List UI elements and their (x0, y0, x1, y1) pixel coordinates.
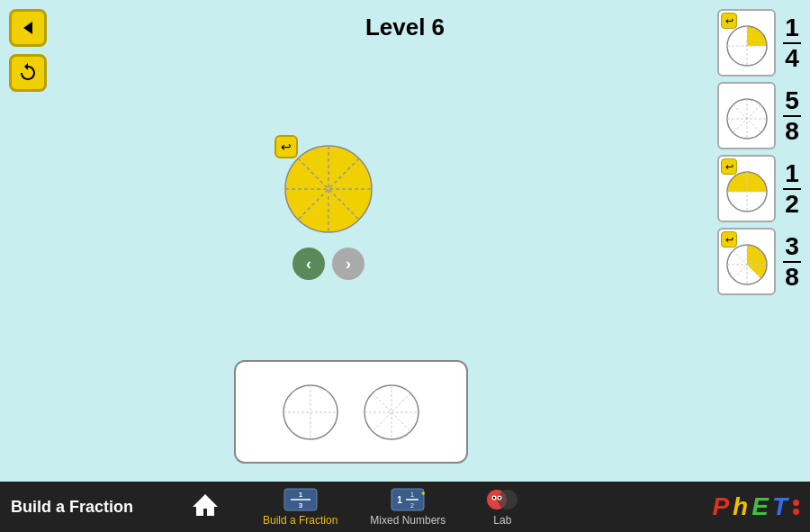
drop-circle-2 (360, 381, 423, 444)
undo-btn-1[interactable]: ↩ (721, 13, 737, 29)
tab-mixed-numbers[interactable]: 1 1 2 ✦ Mixed Numbers (354, 483, 462, 530)
tab-build-a-fraction[interactable]: 1 3 Build a Fraction (247, 483, 354, 530)
nav-buttons: ‹ › (279, 248, 378, 280)
target-circle-2 (722, 86, 772, 146)
svg-text:1: 1 (410, 491, 414, 498)
target-card-3: ↩ (717, 155, 776, 222)
target-fraction-3: 1 2 (783, 161, 801, 217)
target-card-1: ↩ (717, 9, 776, 77)
target-row-3: ↩ 1 2 (717, 155, 801, 222)
level-title: Level 6 (0, 0, 810, 41)
targets-panel: ↩ 1 (717, 9, 801, 295)
svg-text:2: 2 (410, 502, 414, 509)
tab-mixed-numbers-label: Mixed Numbers (370, 514, 446, 527)
tab-lab[interactable]: Lab (462, 483, 543, 530)
svg-marker-0 (23, 22, 32, 34)
refresh-button[interactable] (9, 54, 47, 92)
svg-marker-30 (193, 494, 218, 516)
nav-left-button[interactable]: ‹ (292, 248, 325, 280)
target-fraction-2: 5 8 (783, 88, 801, 144)
builder-undo-btn[interactable]: ↩ (274, 135, 298, 158)
lab-icon (485, 487, 519, 512)
svg-text:✦: ✦ (420, 490, 425, 498)
drop-area[interactable] (234, 360, 468, 464)
phet-t: T (772, 492, 788, 521)
phet-dots (793, 500, 799, 515)
phet-logo[interactable]: P h E T (709, 492, 799, 521)
tab-lab-label: Lab (493, 514, 511, 527)
undo-btn-4[interactable]: ↩ (721, 231, 737, 248)
builder-circle[interactable]: ↩ (279, 140, 378, 239)
svg-text:1: 1 (398, 495, 403, 505)
drop-circle-1 (279, 381, 342, 444)
phet-e: E (752, 492, 769, 521)
home-button[interactable] (173, 491, 238, 523)
builder-area: ↩ ‹ › (279, 140, 378, 280)
phet-p: P (712, 492, 729, 521)
target-row-2: 5 8 (717, 82, 801, 149)
phet-dot-1 (793, 500, 799, 506)
svg-text:3: 3 (298, 501, 302, 509)
target-row-1: ↩ 1 (717, 9, 801, 77)
undo-btn-3[interactable]: ↩ (721, 158, 737, 175)
build-fraction-icon: 1 3 (284, 487, 318, 512)
target-card-2 (717, 82, 776, 149)
phet-h: h (733, 492, 748, 521)
back-button[interactable] (9, 9, 47, 47)
mixed-numbers-icon: 1 1 2 ✦ (391, 487, 425, 512)
bottom-bar: Build a Fraction 1 3 Build a Fraction (0, 482, 810, 532)
phet-dot-2 (793, 509, 799, 515)
nav-right-button[interactable]: › (332, 248, 364, 280)
tab-build-fraction-label: Build a Fraction (263, 514, 338, 527)
target-fraction-4: 3 8 (783, 234, 801, 290)
svg-point-46 (499, 497, 500, 499)
app-title-label: Build a Fraction (11, 498, 155, 517)
target-row-4: ↩ (717, 228, 801, 295)
target-card-4: ↩ (717, 228, 776, 295)
svg-text:1: 1 (298, 491, 302, 499)
target-fraction-1: 1 4 (783, 15, 801, 71)
svg-point-45 (493, 497, 495, 499)
bottom-nav: 1 3 Build a Fraction 1 1 2 ✦ M (238, 483, 552, 530)
